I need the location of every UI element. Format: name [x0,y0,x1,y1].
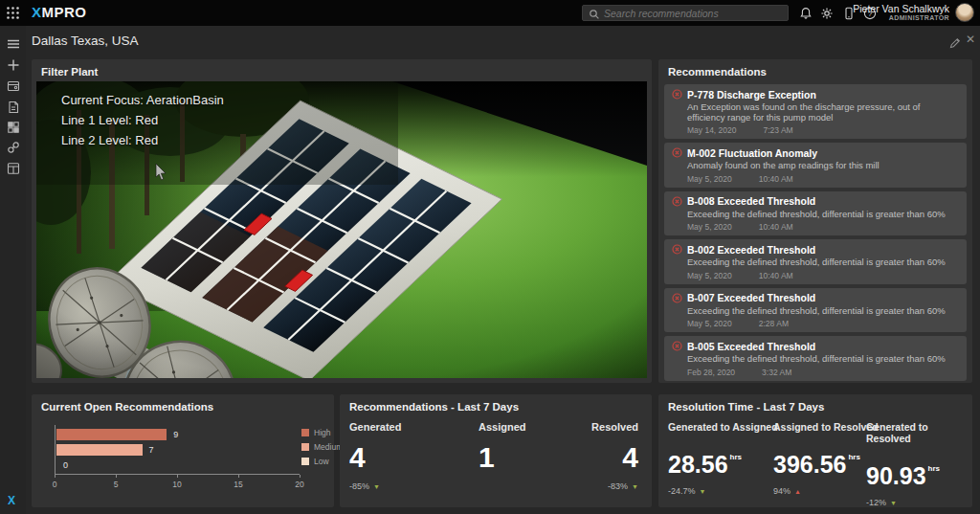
notifications-bell-icon[interactable] [799,7,813,20]
recommendation-date: May 5, 2020 [687,175,732,184]
pages-icon[interactable] [7,101,20,114]
close-icon[interactable]: ✕ [966,34,975,45]
recommendation-date: May 14, 2020 [687,126,737,135]
trend-arrow-icon: ▼ [373,483,380,490]
app-launcher-icon[interactable] [6,6,20,20]
error-circle-icon [672,293,682,303]
page-title: Dallas Texas, USA [32,34,139,48]
bar-medium [56,444,143,456]
kpi-metric: Generated 4 -85%▼ [349,421,401,491]
trend-arrow-icon: ▼ [700,488,706,495]
kpi-value: 4 [591,442,638,473]
xmpro-mark-icon[interactable]: X [8,494,15,507]
user-menu[interactable]: Pieter Van Schalkwyk ADMINISTRATOR [853,3,949,21]
recommendations-list: P-778 Discharge Exception An Exception w… [664,84,967,383]
recommendation-description: Exceeding the defined threshold, differe… [687,354,959,365]
legend-item-low[interactable]: Low [301,457,343,466]
error-circle-icon [672,196,682,207]
recommendation-title: B-005 Exceeded Threshold [687,341,815,352]
recommendations-panel: Recommendations P-778 Discharge Exceptio… [658,59,972,383]
recommendation-date: May 5, 2020 [687,320,732,328]
kpi-delta: -85%▼ [349,481,401,491]
link-icon[interactable] [7,141,20,154]
recommendation-title: B-007 Exceeded Threshold [687,292,815,303]
legend-label: High [314,428,330,437]
search-box [582,5,789,21]
edit-pencil-icon[interactable] [949,35,961,53]
kpi-label: Generated [349,421,401,433]
user-role: ADMINISTRATOR [853,14,949,21]
kpi-delta: -12%▼ [866,498,972,507]
trend-arrow-icon: ▲ [794,488,801,495]
data-table-icon[interactable] [7,162,20,175]
kpi-unit: hrs [848,453,859,461]
kpi-unit: hrs [928,464,940,473]
xmpro-logo[interactable]: XMPRO [32,4,87,20]
error-circle-icon [672,244,682,255]
recommendation-card[interactable]: P-778 Discharge Exception An Exception w… [664,84,967,139]
kpi-value: 4 [349,442,401,473]
scene-status-overlay: Current Focus: AerationBasin Line 1 Leve… [61,90,224,150]
legend-item-medium[interactable]: Medium [301,442,343,452]
x-tick-label: 15 [234,480,242,489]
avatar[interactable] [955,3,974,22]
legend-swatch [301,429,309,436]
legend-label: Low [314,457,329,466]
recommendation-description: Exceeding the defined threshold, differe… [687,257,959,268]
menu-icon[interactable] [7,37,20,51]
line2-level-label: Line 2 Level: Red [61,130,224,150]
recommendations-7days-panel: Recommendations - Last 7 Days Generated … [340,394,652,507]
recommendation-description: An Exception was found on the discharge … [687,102,959,123]
line1-level-label: Line 1 Level: Red [61,110,224,130]
kpi-value: 1 [479,442,526,473]
add-icon[interactable] [7,58,20,72]
kpi-metric: Assigned 1 [479,421,526,491]
error-circle-icon [672,341,682,351]
kpi-delta: 94%▲ [773,486,879,496]
legend-swatch [301,443,309,451]
recommendation-meta: May 5, 2020 10:40 AM [687,272,959,280]
current-focus-label: Current Focus: AerationBasin [61,90,224,110]
recommendation-time: 3:32 AM [762,369,791,377]
search-input[interactable] [604,6,784,20]
filter-plant-panel: Filter Plant [32,59,652,383]
recommendation-title: P-778 Discharge Exception [687,89,816,101]
recommendation-card[interactable]: M-002 Fluctuation Anomaly Anomaly found … [664,143,967,188]
kpi-value: 28.56hrs [668,444,778,478]
recommendation-card[interactable]: B-008 Exceeded Threshold Exceeding the d… [664,191,967,236]
bar-value-label: 9 [173,430,178,439]
recommendation-description: Exceeding the defined threshold, differe… [687,210,959,220]
dashboards-icon[interactable] [7,79,20,93]
3d-scene-viewport[interactable]: Current Focus: AerationBasin Line 1 Leve… [36,81,647,378]
user-name: Pieter Van Schalkwyk [853,3,949,14]
recommendation-time: 10:40 AM [759,223,793,232]
kpi-unit: hrs [730,453,742,461]
bar-value-label: 0 [63,460,68,470]
x-axis: 05101520 [55,477,300,488]
left-sidebar: X [0,26,26,514]
recommendation-description: Anomaly found on the amp readings for th… [687,161,959,171]
recommendation-card[interactable]: B-005 Exceeded Threshold Exceeding the d… [664,336,967,381]
legend-swatch [301,458,309,465]
recommendation-card[interactable]: B-007 Exceeded Threshold Exceeding the d… [664,288,967,333]
bar-chart-plot: 970 [55,425,300,475]
recommendation-meta: May 5, 2020 10:40 AM [687,175,959,184]
trend-arrow-icon: ▼ [890,500,897,506]
kpi-label: Generated to Assigned [668,421,778,433]
recommendation-title: M-002 Fluctuation Anomaly [687,147,817,159]
kpi-value: 90.93hrs [866,456,972,489]
blocks-icon[interactable] [7,121,20,134]
trend-arrow-icon: ▼ [632,483,638,490]
kpi-label: Resolved [591,421,638,433]
recommendation-meta: Feb 28, 2020 3:32 AM [687,369,959,377]
top-bar: XMPRO ? Pieter Van Schalkwyk ADMINISTRAT… [0,0,980,26]
legend-label: Medium [314,442,343,452]
legend-item-high[interactable]: High [301,428,343,437]
resolution-time-panel: Resolution Time - Last 7 Days Generated … [658,394,972,507]
recommendation-meta: May 5, 2020 10:40 AM [687,223,959,232]
panel-title: Filter Plant [41,66,98,78]
settings-gear-icon[interactable] [820,7,834,20]
chart-legend: HighMediumLow [301,428,343,471]
recommendation-card[interactable]: B-002 Exceeded Threshold Exceeding the d… [664,239,967,284]
recommendation-time: 10:40 AM [759,175,793,184]
